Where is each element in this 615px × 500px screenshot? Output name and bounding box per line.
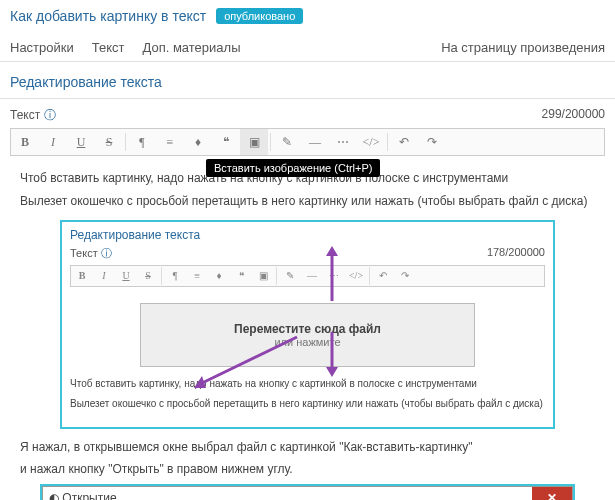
link-to-work-page[interactable]: На страницу произведения: [441, 40, 605, 55]
dropzone-text: Переместите сюда файл: [151, 322, 464, 336]
status-badge: опубликовано: [216, 8, 303, 24]
dropzone-subtext: или нажмите: [151, 336, 464, 348]
bold-button[interactable]: B: [11, 129, 39, 155]
paragraph-button[interactable]: ¶: [128, 129, 156, 155]
tabs-bar: Настройки Текст Доп. материалы На страни…: [0, 30, 615, 62]
section-title: Редактирование текста: [0, 62, 615, 99]
svg-marker-3: [326, 367, 338, 377]
inner-section-title: Редактирование текста: [70, 228, 545, 242]
eraser-button[interactable]: ✎: [273, 129, 301, 155]
editor-content[interactable]: Чтоб вставить картинку, надо нажать на к…: [0, 156, 615, 500]
dialog-title: ◐ Открытие: [49, 491, 117, 500]
underline-button[interactable]: U: [67, 129, 95, 155]
tab-settings[interactable]: Настройки: [10, 40, 74, 55]
quote-button[interactable]: ❝: [212, 129, 240, 155]
hellip-button[interactable]: ⋯: [329, 129, 357, 155]
inner-toolbar: BIUS ¶≡♦❝▣ ✎—⋯</> ↶↷: [70, 265, 545, 287]
italic-button[interactable]: I: [39, 129, 67, 155]
redo-button[interactable]: ↷: [418, 129, 446, 155]
inner-paragraph: Чтоб вставить картинку, надо нажать на к…: [70, 377, 545, 391]
close-button[interactable]: ✕: [532, 487, 572, 500]
divider-button[interactable]: —: [301, 129, 329, 155]
tab-materials[interactable]: Доп. материалы: [142, 40, 240, 55]
page-title: Как добавить картинку в текст: [10, 8, 206, 24]
tint-button[interactable]: ♦: [184, 129, 212, 155]
inner-editor-screenshot: Редактирование текста Текст ⓘ 178/200000…: [60, 220, 555, 429]
align-button[interactable]: ≡: [156, 129, 184, 155]
paragraph: и нажал кнопку "Открыть" в правом нижнем…: [20, 461, 595, 478]
insert-image-button[interactable]: ▣: [240, 129, 268, 155]
code-button[interactable]: </>: [357, 129, 385, 155]
strike-button[interactable]: S: [95, 129, 123, 155]
inner-field-label: Текст ⓘ: [70, 246, 112, 261]
field-label: Текстⓘ: [10, 107, 56, 124]
inner-counter: 178/200000: [487, 246, 545, 261]
editor-toolbar: B I U S ¶ ≡ ♦ ❝ ▣ ✎ — ⋯ </> ↶ ↷ Вставить…: [10, 128, 605, 156]
tab-text[interactable]: Текст: [92, 40, 125, 55]
paragraph: Вылезет окошечко с просьбой перетащить в…: [20, 193, 595, 210]
undo-button[interactable]: ↶: [390, 129, 418, 155]
dropzone: Переместите сюда файл или нажмите: [140, 303, 475, 367]
inner-paragraph: Вылезет окошечко с просьбой перетащить в…: [70, 397, 545, 411]
info-icon[interactable]: ⓘ: [44, 108, 56, 122]
file-open-dialog: ◐ Открытие ✕ ← → ↑ 📁 › Этот компьютер› D…: [40, 484, 575, 500]
tooltip-insert-image: Вставить изображение (Ctrl+P): [206, 159, 380, 177]
char-counter: 299/200000: [542, 107, 605, 124]
paragraph: Я нажал, в открывшемся окне выбрал файл …: [20, 439, 595, 456]
